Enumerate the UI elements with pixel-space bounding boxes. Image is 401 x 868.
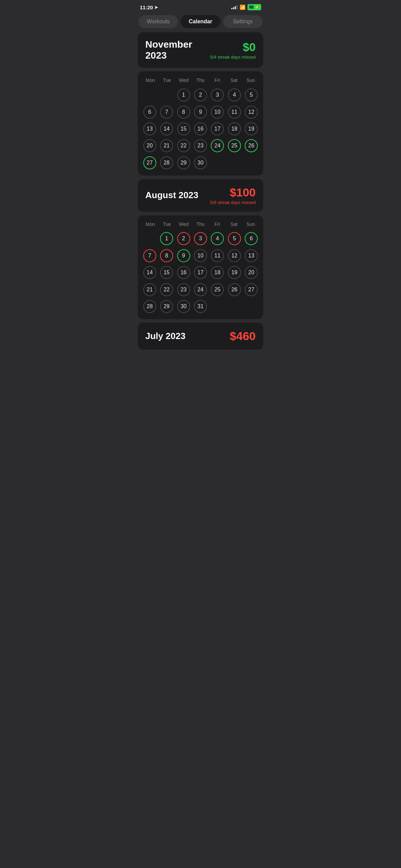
aug-day-1: 1 <box>160 232 173 245</box>
day-5: 5 <box>245 88 258 101</box>
day-header-sat: Sat <box>226 76 242 84</box>
aug-day-header-sun: Sun <box>242 220 259 228</box>
aug-day-7: 7 <box>143 249 156 262</box>
day-6: 6 <box>143 106 156 119</box>
nov2023-days: 1 2 3 4 5 6 7 8 9 10 11 12 13 14 15 16 1… <box>142 87 259 170</box>
aug-day-21: 21 <box>143 283 156 296</box>
day-7: 7 <box>160 106 173 119</box>
aug2023-stats: $100 5/9 streak days missed <box>210 186 256 205</box>
day-3: 3 <box>211 88 224 101</box>
aug-day-header-sat: Sat <box>226 220 242 228</box>
aug-day-5: 5 <box>228 232 241 245</box>
day-header-thu: Thu <box>192 76 209 84</box>
aug-day-26: 26 <box>228 283 241 296</box>
aug2023-days: 1 2 3 4 5 6 7 8 9 10 11 12 13 14 15 16 1… <box>142 231 259 314</box>
tab-calendar[interactable]: Calendar <box>181 15 220 28</box>
aug-day-30: 30 <box>177 300 190 313</box>
day-16: 16 <box>194 122 207 135</box>
aug-day-header-fri: Fri <box>209 220 226 228</box>
aug2023-header: August 2023 $100 5/9 streak days missed <box>138 179 263 212</box>
nov2023-stats: $0 0/4 streak days missed <box>210 40 256 60</box>
aug-day-19: 19 <box>228 266 241 279</box>
aug-day-24: 24 <box>194 283 207 296</box>
aug-day-23: 23 <box>177 283 190 296</box>
aug-day-17: 17 <box>194 266 207 279</box>
time-display: 11:20 <box>140 4 153 10</box>
day-23: 23 <box>194 139 207 152</box>
tab-workouts[interactable]: Workouts <box>138 15 178 28</box>
aug-day-15: 15 <box>160 266 173 279</box>
nov2023-calendar: Mon Tue Wed Thu Fri Sat Sun 1 2 3 4 5 6 … <box>138 71 263 175</box>
day-25: 25 <box>228 139 241 152</box>
day-header-mon: Mon <box>142 76 159 84</box>
wifi-icon: 📶 <box>240 4 245 10</box>
aug-day-6: 6 <box>245 232 258 245</box>
nov2023-streak: 0/4 streak days missed <box>210 55 256 60</box>
aug-day-16: 16 <box>177 266 190 279</box>
day-22: 22 <box>177 139 190 152</box>
aug2023-day-headers: Mon Tue Wed Thu Fri Sat Sun <box>142 220 259 228</box>
aug-day-12: 12 <box>228 249 241 262</box>
day-1: 1 <box>177 88 190 101</box>
aug-day-4: 4 <box>211 232 224 245</box>
aug2023-title: August 2023 <box>145 190 198 201</box>
nov2023-day-headers: Mon Tue Wed Thu Fri Sat Sun <box>142 76 259 84</box>
aug-day-header-thu: Thu <box>192 220 209 228</box>
day-30: 30 <box>194 156 207 169</box>
day-header-tue: Tue <box>159 76 175 84</box>
aug-day-2: 2 <box>177 232 190 245</box>
battery-indicator: 98 ⚡ <box>247 4 261 10</box>
jul2023-stats: $460 <box>230 329 256 343</box>
aug-day-18: 18 <box>211 266 224 279</box>
aug-day-20: 20 <box>245 266 258 279</box>
day-8: 8 <box>177 106 190 119</box>
aug-day-9: 9 <box>177 249 190 262</box>
day-9: 9 <box>194 106 207 119</box>
day-11: 11 <box>228 106 241 119</box>
tab-bar: Workouts Calendar Settings <box>134 12 267 32</box>
day-24: 24 <box>211 139 224 152</box>
day-17: 17 <box>211 122 224 135</box>
day-header-fri: Fri <box>209 76 226 84</box>
day-2: 2 <box>194 88 207 101</box>
aug-day-28: 28 <box>143 300 156 313</box>
tab-settings[interactable]: Settings <box>223 15 263 28</box>
day-header-sun: Sun <box>242 76 259 84</box>
aug-day-header-wed: Wed <box>175 220 192 228</box>
status-bar: 11:20 ➤ 📶 98 ⚡ <box>134 0 267 12</box>
nov2023-header: November 2023 $0 0/4 streak days missed <box>138 32 263 68</box>
nov2023-title: November 2023 <box>145 39 192 61</box>
aug-day-22: 22 <box>160 283 173 296</box>
aug-day-header-mon: Mon <box>142 220 159 228</box>
day-4: 4 <box>228 88 241 101</box>
aug-day-31: 31 <box>194 300 207 313</box>
day-21: 21 <box>160 139 173 152</box>
aug2023-calendar: Mon Tue Wed Thu Fri Sat Sun 1 2 3 4 5 6 … <box>138 215 263 319</box>
jul2023-title: July 2023 <box>145 331 185 341</box>
aug2023-streak: 5/9 streak days missed <box>210 200 256 205</box>
aug2023-amount: $100 <box>210 186 256 199</box>
day-20: 20 <box>143 139 156 152</box>
day-28: 28 <box>160 156 173 169</box>
day-12: 12 <box>245 106 258 119</box>
day-header-wed: Wed <box>175 76 192 84</box>
aug-day-10: 10 <box>194 249 207 262</box>
aug-day-25: 25 <box>211 283 224 296</box>
location-icon: ➤ <box>154 5 158 10</box>
status-left: 11:20 ➤ <box>140 4 158 10</box>
jul2023-amount: $460 <box>230 329 256 343</box>
aug-day-header-tue: Tue <box>159 220 175 228</box>
aug-day-29: 29 <box>160 300 173 313</box>
day-10: 10 <box>211 106 224 119</box>
signal-icon <box>231 5 238 9</box>
main-content: November 2023 $0 0/4 streak days missed … <box>134 32 267 350</box>
day-14: 14 <box>160 122 173 135</box>
day-13: 13 <box>143 122 156 135</box>
day-15: 15 <box>177 122 190 135</box>
jul2023-header: July 2023 $460 <box>138 323 263 350</box>
aug-day-13: 13 <box>245 249 258 262</box>
aug-day-11: 11 <box>211 249 224 262</box>
day-19: 19 <box>245 122 258 135</box>
day-26: 26 <box>245 139 258 152</box>
nov2023-amount: $0 <box>210 40 256 54</box>
